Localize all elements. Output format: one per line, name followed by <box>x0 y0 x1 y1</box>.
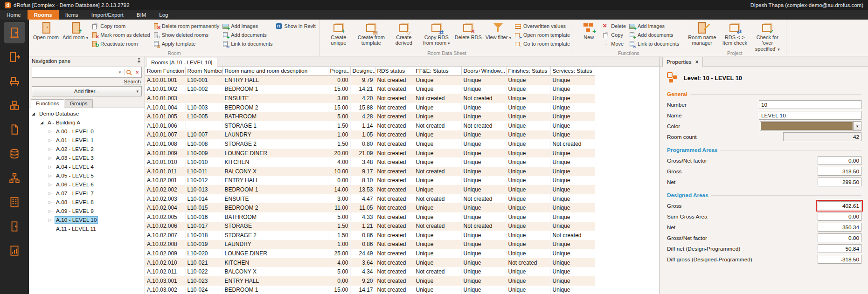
cell-services-status[interactable]: Unique <box>550 167 595 176</box>
tree-item[interactable]: ▷ A.00 - LEVEL 0 <box>29 127 145 136</box>
cell-room-number[interactable]: L10-023 <box>185 276 222 286</box>
cell-ffe-status[interactable]: Unique <box>414 75 461 85</box>
cell-designed[interactable]: 8.10 <box>350 176 375 185</box>
cell-rds-status[interactable]: Not created <box>375 249 414 258</box>
cell-doors-windows-status[interactable]: Unique <box>461 103 506 112</box>
cell-services-status[interactable]: Unique <box>550 185 595 194</box>
cell-ffe-status[interactable]: Unique <box>414 176 461 185</box>
sidebar-item-finance[interactable] <box>4 144 25 164</box>
cell-designed[interactable]: 21.09 <box>350 149 375 158</box>
cell-room-number[interactable]: L10-011 <box>185 167 222 176</box>
sidebar-item-items[interactable] <box>4 71 25 91</box>
cell-room-function[interactable]: A.10.03.001 <box>145 276 185 286</box>
cell-doors-windows-status[interactable]: Unique <box>461 267 506 276</box>
table-row[interactable]: A.10.02.008 L10-019 LAUNDRY 1.00 0.86 No… <box>145 240 595 249</box>
cell-room-name[interactable]: BATHROOM <box>222 212 328 222</box>
cell-services-status[interactable]: Unique <box>550 103 595 112</box>
cell-services-status[interactable]: Unique <box>550 176 595 185</box>
sidebar-item-products[interactable] <box>4 95 25 116</box>
table-row[interactable]: A.10.01.007 L10-007 LAUNDRY 1.00 1.05 No… <box>145 130 595 140</box>
tree-item[interactable]: ▷ A.04 - LEVEL 4 <box>29 162 145 171</box>
cell-programmed[interactable]: 25.00 <box>328 249 350 258</box>
diff-gross-input[interactable]: -318.50 <box>818 255 861 264</box>
cell-ffe-status[interactable]: Not created <box>414 194 461 204</box>
column-header[interactable]: Progra... <box>328 67 350 75</box>
cell-ffe-status[interactable]: Unique <box>414 157 461 167</box>
cell-services-status[interactable]: Unique <box>550 94 595 103</box>
name-input[interactable]: LEVEL 10 <box>759 111 861 120</box>
ribbon-button[interactable]: Link to documents <box>629 40 679 47</box>
table-row[interactable]: A.10.02.007 L10-018 STORAGE 2 1.50 0.86 … <box>145 231 595 240</box>
tab-functions[interactable]: Functions <box>31 99 64 108</box>
cell-designed[interactable]: 0.86 <box>350 240 375 249</box>
close-icon[interactable]: × <box>695 60 699 64</box>
tree-item[interactable]: ▷ A.03 - LEVEL 3 <box>29 153 145 162</box>
cell-doors-windows-status[interactable]: Not created <box>461 94 506 103</box>
cell-room-number[interactable]: L10-020 <box>185 249 222 258</box>
cell-room-function[interactable]: A.10.02.008 <box>145 240 185 249</box>
cell-doors-windows-status[interactable]: Not created <box>461 222 506 231</box>
designed-net-input[interactable]: 350.34 <box>818 223 861 232</box>
cell-room-number[interactable]: L10-005 <box>185 112 222 121</box>
cell-designed[interactable]: 0.86 <box>350 231 375 240</box>
table-row[interactable]: A.10.02.001 L10-012 ENTRY HALL 0.00 8.10… <box>145 176 595 185</box>
menu-tab[interactable]: BIM <box>130 10 153 20</box>
cell-room-function[interactable]: A.10.02.007 <box>145 231 185 240</box>
sidebar-item-open-room[interactable] <box>4 47 25 67</box>
cell-room-function[interactable]: A.10.01.010 <box>145 157 185 167</box>
cell-rds-status[interactable]: Not created <box>375 194 414 204</box>
cell-designed[interactable]: 13.53 <box>350 185 375 194</box>
cell-ffe-status[interactable]: Unique <box>414 258 461 267</box>
cell-room-function[interactable]: A.10.01.005 <box>145 112 185 121</box>
cell-ffe-status[interactable]: Unique <box>414 112 461 121</box>
cell-designed[interactable]: 4.34 <box>350 267 375 276</box>
ribbon-large-button[interactable]: Open room <box>33 21 59 41</box>
tab-rooms-level-10[interactable]: Rooms [A.10 - LEVEL 10] <box>146 58 217 67</box>
cell-room-function[interactable]: A.10.01.002 <box>145 85 185 94</box>
cell-rds-status[interactable]: Not created <box>375 167 414 176</box>
table-row[interactable]: A.10.01.005 L10-005 BATHROOM 5.00 4.28 N… <box>145 112 595 121</box>
cell-room-function[interactable]: A.10.01.007 <box>145 130 185 140</box>
cell-doors-windows-status[interactable]: Unique <box>461 167 506 176</box>
cell-finishes-status[interactable]: Unique <box>506 149 550 158</box>
cell-services-status[interactable]: Unique <box>550 267 595 276</box>
cell-doors-windows-status[interactable]: Unique <box>461 203 506 212</box>
cell-services-status[interactable]: Not created <box>550 231 595 240</box>
tree-item[interactable]: ▷ A.07 - LEVEL 7 <box>29 189 145 198</box>
search-icon[interactable] <box>125 67 133 77</box>
cell-room-name[interactable]: ENTRY HALL <box>222 75 328 85</box>
cell-finishes-status[interactable]: Unique <box>506 130 550 140</box>
column-header[interactable]: Room Function #: <box>145 67 185 75</box>
cell-ffe-status[interactable]: Unique <box>414 249 461 258</box>
cell-designed[interactable]: 15.88 <box>350 103 375 112</box>
cell-room-number[interactable]: L10-021 <box>185 258 222 267</box>
table-row[interactable]: A.10.02.006 L10-017 STORAGE 1.50 1.21 No… <box>145 222 595 231</box>
menu-tab[interactable]: Home <box>0 10 28 20</box>
cell-designed[interactable]: 4.33 <box>350 212 375 222</box>
table-row[interactable]: A.10.01.011 L10-011 BALCONY X 10.00 9.17… <box>145 167 595 176</box>
cell-services-status[interactable]: Unique <box>550 194 595 204</box>
cell-ffe-status[interactable]: Not created <box>414 94 461 103</box>
cell-rds-status[interactable]: Not created <box>375 103 414 112</box>
cell-finishes-status[interactable]: Unique <box>506 167 550 176</box>
cell-designed[interactable]: 3.64 <box>350 258 375 267</box>
sidebar-item-documents[interactable] <box>4 119 25 140</box>
sum-gross-area-input[interactable]: 0.00 <box>818 212 861 221</box>
ribbon-button[interactable]: Link to documents <box>222 40 272 47</box>
cell-rds-status[interactable]: Not created <box>375 139 414 149</box>
cell-rds-status[interactable]: Not created <box>375 130 414 140</box>
cell-programmed[interactable]: 1.50 <box>328 139 350 149</box>
cell-designed[interactable]: 11.05 <box>350 203 375 212</box>
ribbon-button[interactable]: Move <box>602 40 626 47</box>
cell-doors-windows-status[interactable]: Unique <box>461 149 506 158</box>
cell-programmed[interactable]: 1.50 <box>328 121 350 130</box>
cell-rds-status[interactable]: Not created <box>375 176 414 185</box>
table-row[interactable]: A.10.01.002 L10-002 BEDROOM 1 15.00 14.2… <box>145 85 595 94</box>
cell-room-number[interactable]: L10-013 <box>185 185 222 194</box>
cell-ffe-status[interactable]: Unique <box>414 149 461 158</box>
cell-finishes-status[interactable]: Unique <box>506 240 550 249</box>
cell-designed[interactable]: 3.48 <box>350 157 375 167</box>
cell-room-name[interactable]: BATHROOM <box>222 112 328 121</box>
cell-programmed[interactable]: 4.00 <box>328 157 350 167</box>
column-header[interactable]: RDS status <box>375 67 414 75</box>
